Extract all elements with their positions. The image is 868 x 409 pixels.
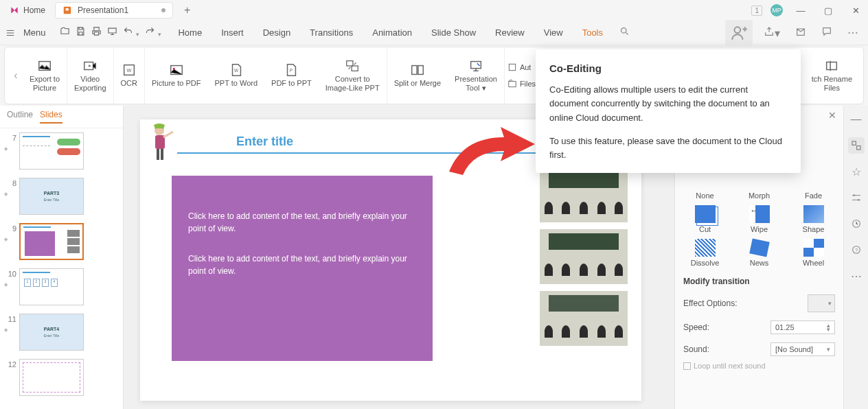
print-icon[interactable] bbox=[91, 26, 102, 39]
open-icon[interactable] bbox=[60, 26, 70, 39]
export-picture-button[interactable]: Export to Picture bbox=[23, 47, 67, 104]
trans-wipe[interactable]: ←Wipe bbox=[738, 205, 781, 233]
animation-star-icon: ✦ bbox=[3, 281, 16, 290]
close-window-button[interactable]: ✕ bbox=[846, 1, 865, 20]
preview-icon[interactable] bbox=[107, 26, 117, 39]
rail-collapse-icon[interactable]: — bbox=[848, 111, 865, 128]
teacher-figure-icon bbox=[150, 124, 174, 162]
rail-history-icon[interactable] bbox=[848, 215, 865, 232]
hamburger-icon[interactable] bbox=[5, 28, 15, 38]
redo-icon[interactable]: ▾ bbox=[145, 26, 161, 39]
share-icon[interactable]: ▾ bbox=[760, 26, 784, 40]
menu-slideshow[interactable]: Slide Show bbox=[429, 25, 479, 40]
auto-group[interactable]: Aut Files bbox=[505, 47, 538, 104]
modify-transition-heading: Modify transition bbox=[683, 277, 835, 286]
video-exporting-button[interactable]: Video Exporting bbox=[67, 47, 113, 104]
svg-rect-22 bbox=[852, 141, 856, 145]
trans-fade[interactable]: Fade bbox=[792, 172, 835, 200]
outline-tab[interactable]: Outline bbox=[7, 110, 33, 124]
menu-transitions[interactable]: Transitions bbox=[307, 25, 356, 40]
thumb-8[interactable]: 8✦ PART3 Enter Title bbox=[3, 178, 120, 215]
chat-icon[interactable] bbox=[817, 26, 836, 40]
thumb-7[interactable]: 7✦ bbox=[3, 132, 120, 170]
user-avatar[interactable]: MP bbox=[770, 4, 783, 16]
image-placeholder-1[interactable] bbox=[540, 167, 628, 222]
loop-checkbox[interactable] bbox=[683, 362, 691, 370]
svg-rect-16 bbox=[509, 64, 515, 70]
trans-shape[interactable]: Shape bbox=[792, 205, 835, 233]
thumb-9[interactable]: 9✦ bbox=[3, 223, 120, 260]
menu-review[interactable]: Review bbox=[492, 25, 527, 40]
split-merge-button[interactable]: Split or Merge bbox=[387, 47, 448, 104]
animation-star-icon: ✦ bbox=[3, 145, 16, 154]
svg-point-1 bbox=[621, 28, 627, 34]
menu-home[interactable]: Home bbox=[175, 25, 205, 40]
menu-tools[interactable]: Tools bbox=[580, 25, 606, 40]
slides-tab[interactable]: Slides bbox=[40, 110, 62, 124]
thumb-11[interactable]: 11✦ PART4 Enter Title bbox=[3, 314, 120, 351]
trans-dissolve[interactable]: Dissolve bbox=[683, 239, 727, 267]
svg-rect-20 bbox=[157, 149, 159, 160]
svg-text:W: W bbox=[234, 68, 239, 73]
rail-favorite-icon[interactable]: ☆ bbox=[848, 163, 865, 180]
slide-title[interactable]: Enter title bbox=[236, 135, 293, 149]
ribbon-scroll-left[interactable]: ‹ bbox=[9, 47, 23, 104]
more-icon[interactable]: ⋯ bbox=[843, 26, 863, 39]
thumb-12[interactable]: 12 bbox=[3, 359, 120, 396]
loop-label: Loop until next sound bbox=[694, 362, 766, 370]
sound-select[interactable]: [No Sound]▾ bbox=[770, 342, 835, 356]
coedit-tooltip: Co-Editing Co-Editing allows multiple us… bbox=[536, 49, 801, 173]
document-tab[interactable]: Presentation1 bbox=[55, 2, 173, 19]
content-placeholder[interactable]: Click here to add content of the text, a… bbox=[172, 176, 433, 361]
rail-help-icon[interactable]: ? bbox=[848, 242, 865, 258]
menubar: Menu ▾ ▾ Home Insert Design Transitions … bbox=[0, 21, 868, 45]
doc-tab-label: Presentation1 bbox=[78, 5, 128, 15]
trans-wheel[interactable]: Wheel bbox=[792, 239, 835, 267]
svg-rect-21 bbox=[161, 149, 163, 160]
thumb-10[interactable]: 10✦ 1 2 3 4 bbox=[3, 268, 120, 305]
rail-settings-icon[interactable] bbox=[848, 189, 865, 206]
image-placeholder-2[interactable] bbox=[540, 229, 628, 284]
new-tab-button[interactable]: + bbox=[179, 4, 196, 16]
svg-rect-19 bbox=[155, 135, 165, 149]
image-placeholder-3[interactable] bbox=[540, 291, 628, 346]
search-icon[interactable] bbox=[619, 26, 630, 39]
trans-morph[interactable]: Morph bbox=[738, 172, 781, 200]
pdf-ppt-button[interactable]: P PDF to PPT bbox=[264, 47, 319, 104]
upload-icon[interactable] bbox=[791, 26, 810, 40]
home-tab-label: Home bbox=[23, 5, 45, 15]
home-tab[interactable]: Home bbox=[3, 3, 52, 18]
tooltip-body-2: To use this feature, please save the doc… bbox=[549, 135, 787, 162]
svg-rect-11 bbox=[347, 60, 353, 65]
svg-point-2 bbox=[735, 27, 741, 33]
presentation-tool-button[interactable]: Presentation Tool ▾ bbox=[448, 47, 505, 104]
animation-star-icon: ✦ bbox=[3, 235, 16, 244]
trans-cut[interactable]: Cut bbox=[683, 205, 727, 233]
menu-insert[interactable]: Insert bbox=[218, 25, 247, 40]
svg-rect-23 bbox=[856, 146, 860, 150]
minimize-button[interactable]: — bbox=[791, 1, 810, 20]
picture-pdf-button[interactable]: Picture to PDF bbox=[145, 47, 208, 104]
menu-design[interactable]: Design bbox=[260, 25, 293, 40]
trans-none[interactable]: None bbox=[683, 172, 727, 200]
coedit-button[interactable] bbox=[725, 20, 753, 46]
instance-badge[interactable]: 1 bbox=[751, 5, 762, 16]
batch-rename-button[interactable]: tch Rename Files bbox=[805, 47, 859, 104]
menu-button[interactable]: Menu bbox=[18, 27, 52, 38]
rail-design-icon[interactable] bbox=[848, 137, 865, 154]
ppt-word-button[interactable]: W PPT to Word bbox=[208, 47, 265, 104]
menu-view[interactable]: View bbox=[541, 25, 566, 40]
trans-news[interactable]: News bbox=[738, 239, 781, 267]
ocr-button[interactable]: W OCR bbox=[114, 47, 145, 104]
convert-imagelike-button[interactable]: Convert to Image-Like PPT bbox=[319, 47, 387, 104]
save-icon[interactable] bbox=[76, 26, 86, 39]
svg-rect-17 bbox=[827, 62, 837, 69]
panel-close-icon[interactable]: ✕ bbox=[828, 110, 836, 121]
speed-input[interactable]: 01.25▴▾ bbox=[770, 320, 835, 334]
effect-options-button[interactable]: ▾ bbox=[808, 294, 835, 312]
rail-more-icon[interactable]: ⋯ bbox=[848, 268, 865, 284]
maximize-button[interactable]: ▢ bbox=[819, 1, 838, 20]
menu-items: Home Insert Design Transitions Animation… bbox=[175, 25, 630, 40]
menu-animation[interactable]: Animation bbox=[369, 25, 415, 40]
undo-icon[interactable]: ▾ bbox=[123, 26, 139, 39]
